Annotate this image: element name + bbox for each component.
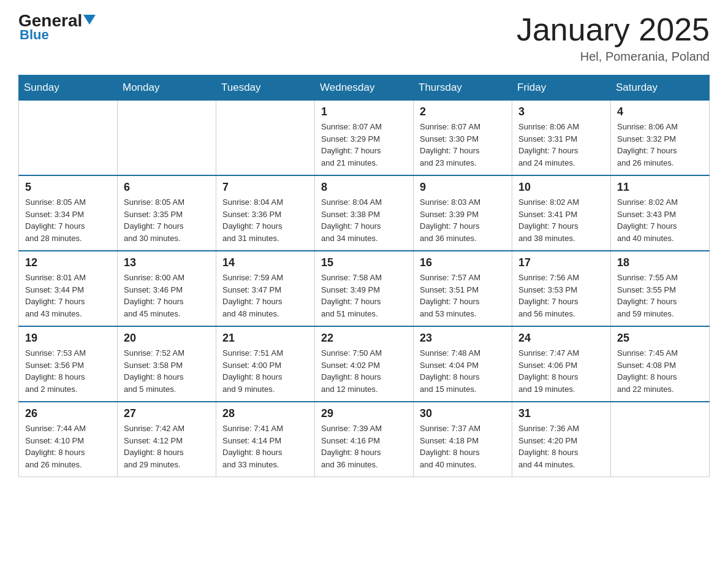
day-number: 24 bbox=[518, 332, 604, 345]
calendar-cell: 1Sunrise: 8:07 AM Sunset: 3:29 PM Daylig… bbox=[315, 101, 414, 176]
day-info: Sunrise: 7:55 AM Sunset: 3:55 PM Dayligh… bbox=[617, 272, 703, 320]
day-number: 31 bbox=[518, 407, 604, 420]
location: Hel, Pomerania, Poland bbox=[517, 50, 710, 64]
day-number: 1 bbox=[321, 105, 407, 118]
day-info: Sunrise: 7:56 AM Sunset: 3:53 PM Dayligh… bbox=[518, 272, 604, 320]
calendar-cell: 30Sunrise: 7:37 AM Sunset: 4:18 PM Dayli… bbox=[414, 402, 512, 477]
day-number: 15 bbox=[321, 256, 407, 269]
day-number: 26 bbox=[25, 407, 111, 420]
day-number: 13 bbox=[124, 256, 210, 269]
calendar-cell: 22Sunrise: 7:50 AM Sunset: 4:02 PM Dayli… bbox=[315, 326, 414, 402]
day-info: Sunrise: 8:03 AM Sunset: 3:39 PM Dayligh… bbox=[420, 196, 506, 244]
day-info: Sunrise: 8:04 AM Sunset: 3:38 PM Dayligh… bbox=[321, 196, 407, 244]
day-info: Sunrise: 7:58 AM Sunset: 3:49 PM Dayligh… bbox=[321, 272, 407, 320]
day-number: 8 bbox=[321, 181, 407, 194]
calendar-cell bbox=[19, 101, 118, 176]
calendar-cell: 8Sunrise: 8:04 AM Sunset: 3:38 PM Daylig… bbox=[315, 175, 414, 251]
day-info: Sunrise: 8:06 AM Sunset: 3:31 PM Dayligh… bbox=[518, 121, 604, 169]
day-info: Sunrise: 8:02 AM Sunset: 3:41 PM Dayligh… bbox=[518, 196, 604, 244]
calendar-cell bbox=[118, 101, 216, 176]
calendar-cell: 6Sunrise: 8:05 AM Sunset: 3:35 PM Daylig… bbox=[118, 175, 216, 251]
calendar-cell: 2Sunrise: 8:07 AM Sunset: 3:30 PM Daylig… bbox=[414, 101, 512, 176]
calendar-cell: 19Sunrise: 7:53 AM Sunset: 3:56 PM Dayli… bbox=[19, 326, 118, 402]
day-info: Sunrise: 8:05 AM Sunset: 3:35 PM Dayligh… bbox=[124, 196, 210, 244]
calendar-cell: 18Sunrise: 7:55 AM Sunset: 3:55 PM Dayli… bbox=[611, 251, 710, 326]
day-number: 4 bbox=[617, 105, 703, 118]
calendar-cell: 9Sunrise: 8:03 AM Sunset: 3:39 PM Daylig… bbox=[414, 175, 512, 251]
day-info: Sunrise: 7:57 AM Sunset: 3:51 PM Dayligh… bbox=[420, 272, 506, 320]
day-number: 25 bbox=[617, 332, 703, 345]
day-number: 3 bbox=[518, 105, 604, 118]
day-info: Sunrise: 7:53 AM Sunset: 3:56 PM Dayligh… bbox=[25, 347, 111, 395]
day-info: Sunrise: 8:02 AM Sunset: 3:43 PM Dayligh… bbox=[617, 196, 703, 244]
day-number: 30 bbox=[420, 407, 506, 420]
day-number: 9 bbox=[420, 181, 506, 194]
calendar-cell: 15Sunrise: 7:58 AM Sunset: 3:49 PM Dayli… bbox=[315, 251, 414, 326]
day-info: Sunrise: 7:45 AM Sunset: 4:08 PM Dayligh… bbox=[617, 347, 703, 395]
calendar-cell: 5Sunrise: 8:05 AM Sunset: 3:34 PM Daylig… bbox=[19, 175, 118, 251]
day-number: 6 bbox=[124, 181, 210, 194]
calendar-cell: 29Sunrise: 7:39 AM Sunset: 4:16 PM Dayli… bbox=[315, 402, 414, 477]
day-number: 7 bbox=[222, 181, 308, 194]
day-info: Sunrise: 7:52 AM Sunset: 3:58 PM Dayligh… bbox=[124, 347, 210, 395]
day-info: Sunrise: 7:37 AM Sunset: 4:18 PM Dayligh… bbox=[420, 423, 506, 470]
day-number: 2 bbox=[420, 105, 506, 118]
calendar-week-row-1: 1Sunrise: 8:07 AM Sunset: 3:29 PM Daylig… bbox=[19, 101, 710, 176]
day-number: 22 bbox=[321, 332, 407, 345]
calendar-cell: 31Sunrise: 7:36 AM Sunset: 4:20 PM Dayli… bbox=[512, 402, 611, 477]
day-info: Sunrise: 7:44 AM Sunset: 4:10 PM Dayligh… bbox=[25, 423, 111, 470]
logo-triangle-icon bbox=[83, 15, 96, 25]
logo: General Blue bbox=[18, 12, 96, 43]
calendar-cell: 16Sunrise: 7:57 AM Sunset: 3:51 PM Dayli… bbox=[414, 251, 512, 326]
calendar-cell: 24Sunrise: 7:47 AM Sunset: 4:06 PM Dayli… bbox=[512, 326, 611, 402]
day-number: 11 bbox=[617, 181, 703, 194]
logo-blue: Blue bbox=[20, 27, 49, 43]
day-number: 12 bbox=[25, 256, 111, 269]
calendar-cell: 23Sunrise: 7:48 AM Sunset: 4:04 PM Dayli… bbox=[414, 326, 512, 402]
calendar-cell: 17Sunrise: 7:56 AM Sunset: 3:53 PM Dayli… bbox=[512, 251, 611, 326]
calendar-table: SundayMondayTuesdayWednesdayThursdayFrid… bbox=[18, 75, 710, 477]
title-block: January 2025 Hel, Pomerania, Poland bbox=[517, 12, 710, 64]
day-info: Sunrise: 7:47 AM Sunset: 4:06 PM Dayligh… bbox=[518, 347, 604, 395]
calendar-header-wednesday: Wednesday bbox=[315, 75, 414, 101]
day-info: Sunrise: 8:07 AM Sunset: 3:29 PM Dayligh… bbox=[321, 121, 407, 169]
calendar-week-row-4: 19Sunrise: 7:53 AM Sunset: 3:56 PM Dayli… bbox=[19, 326, 710, 402]
day-number: 14 bbox=[222, 256, 308, 269]
day-number: 10 bbox=[518, 181, 604, 194]
calendar-cell: 27Sunrise: 7:42 AM Sunset: 4:12 PM Dayli… bbox=[118, 402, 216, 477]
calendar-week-row-5: 26Sunrise: 7:44 AM Sunset: 4:10 PM Dayli… bbox=[19, 402, 710, 477]
day-info: Sunrise: 7:59 AM Sunset: 3:47 PM Dayligh… bbox=[222, 272, 308, 320]
calendar-header-saturday: Saturday bbox=[611, 75, 710, 101]
day-number: 27 bbox=[124, 407, 210, 420]
day-number: 29 bbox=[321, 407, 407, 420]
day-number: 5 bbox=[25, 181, 111, 194]
day-info: Sunrise: 8:07 AM Sunset: 3:30 PM Dayligh… bbox=[420, 121, 506, 169]
day-number: 16 bbox=[420, 256, 506, 269]
calendar-cell: 28Sunrise: 7:41 AM Sunset: 4:14 PM Dayli… bbox=[216, 402, 315, 477]
day-number: 23 bbox=[420, 332, 506, 345]
day-info: Sunrise: 7:36 AM Sunset: 4:20 PM Dayligh… bbox=[518, 423, 604, 470]
calendar-cell bbox=[216, 101, 315, 176]
calendar-cell: 11Sunrise: 8:02 AM Sunset: 3:43 PM Dayli… bbox=[611, 175, 710, 251]
page-header: General Blue January 2025 Hel, Pomerania… bbox=[18, 12, 710, 64]
calendar-header-thursday: Thursday bbox=[414, 75, 512, 101]
day-info: Sunrise: 7:48 AM Sunset: 4:04 PM Dayligh… bbox=[420, 347, 506, 395]
day-number: 20 bbox=[124, 332, 210, 345]
calendar-cell: 3Sunrise: 8:06 AM Sunset: 3:31 PM Daylig… bbox=[512, 101, 611, 176]
day-info: Sunrise: 7:41 AM Sunset: 4:14 PM Dayligh… bbox=[222, 423, 308, 470]
day-number: 18 bbox=[617, 256, 703, 269]
calendar-week-row-2: 5Sunrise: 8:05 AM Sunset: 3:34 PM Daylig… bbox=[19, 175, 710, 251]
calendar-header-tuesday: Tuesday bbox=[216, 75, 315, 101]
day-info: Sunrise: 8:00 AM Sunset: 3:46 PM Dayligh… bbox=[124, 272, 210, 320]
day-number: 19 bbox=[25, 332, 111, 345]
calendar-cell: 10Sunrise: 8:02 AM Sunset: 3:41 PM Dayli… bbox=[512, 175, 611, 251]
day-info: Sunrise: 8:06 AM Sunset: 3:32 PM Dayligh… bbox=[617, 121, 703, 169]
day-info: Sunrise: 7:42 AM Sunset: 4:12 PM Dayligh… bbox=[124, 423, 210, 470]
day-number: 17 bbox=[518, 256, 604, 269]
calendar-header-row: SundayMondayTuesdayWednesdayThursdayFrid… bbox=[19, 75, 710, 101]
month-title: January 2025 bbox=[517, 12, 710, 47]
day-info: Sunrise: 7:50 AM Sunset: 4:02 PM Dayligh… bbox=[321, 347, 407, 395]
calendar-header-friday: Friday bbox=[512, 75, 611, 101]
calendar-cell: 20Sunrise: 7:52 AM Sunset: 3:58 PM Dayli… bbox=[118, 326, 216, 402]
calendar-cell: 14Sunrise: 7:59 AM Sunset: 3:47 PM Dayli… bbox=[216, 251, 315, 326]
